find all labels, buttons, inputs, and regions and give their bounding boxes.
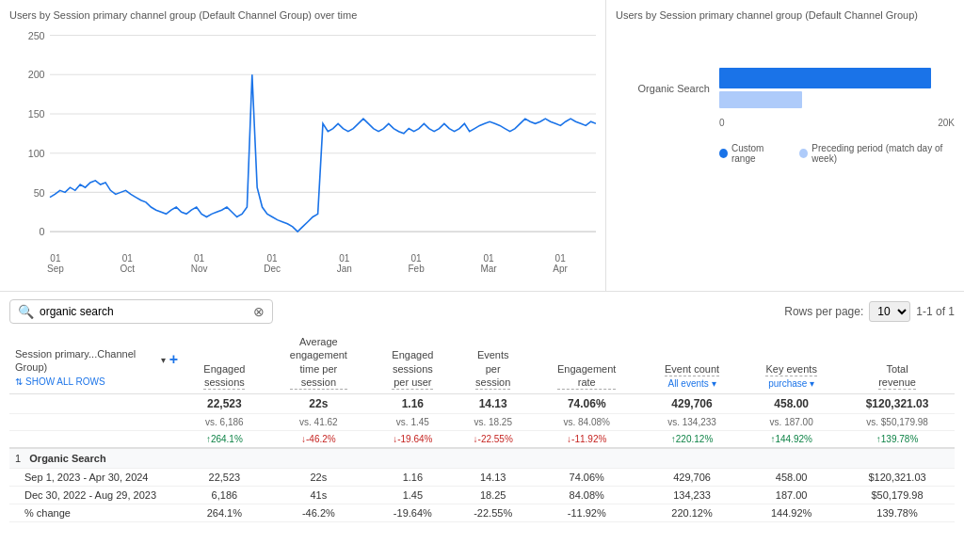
clear-icon[interactable]: ⊗ [253,304,265,319]
legend-custom-label: Custom range [731,143,784,164]
x-label-sep: 01Sep [47,253,64,274]
r2-events-per-session: 18.25 [454,487,533,504]
col-rate-label: Engagementrate [557,362,616,391]
col-session-label: Session primary...Channel Group) [15,347,157,375]
x-label-jan: 01Jan [337,253,352,274]
x-label-feb: 01Feb [409,253,425,274]
date-label-1: Sep 1, 2023 - Apr 30, 2024 [9,469,184,487]
vs-engagement-rate: vs. 84.08% [533,414,641,431]
svg-text:50: 50 [34,187,45,199]
total-engaged: 22,523 [184,394,265,414]
legend-custom: Custom range [719,143,784,164]
r3-engaged: 264.1% [184,504,265,522]
rows-per-page: Rows per page: 10 25 50 1-1 of 1 [784,301,955,322]
svg-text:250: 250 [28,30,45,41]
key-events-filter[interactable]: purchase ▾ [768,378,814,389]
bar-current [719,68,931,88]
col-engaged-per-label: Engagedsessionsper user [392,348,433,390]
data-table: Session primary...Channel Group) ▾ + ⇅ S… [9,331,955,522]
bar-preceding [719,91,802,108]
col-engagement-rate: Engagementrate [533,331,641,394]
search-icon: 🔍 [18,304,34,319]
bar-area [719,68,955,108]
r1-engaged: 22,523 [184,469,265,487]
vs-row: vs. 6,186 vs. 41.62 vs. 1.45 vs. 18.25 v… [9,414,955,431]
pct-event-count: ↑220.12% [641,431,743,449]
bar-x-axis: 0 20K [616,116,955,128]
organic-search-label: 1 Organic Search [9,448,955,469]
col-total-revenue: Totalrevenue [840,331,955,394]
add-dimension-btn[interactable]: + [169,350,178,370]
r2-avg-time: 41s [265,487,372,504]
legend-preceding-label: Preceding period (match day of week) [811,143,955,164]
svg-text:150: 150 [28,108,45,120]
x-label-nov: 01Nov [191,253,208,274]
r3-engaged-per-user: -19.64% [372,504,454,522]
pct-row: ↑264.1% ↓-46.2% ↓-19.64% ↓-22.55% ↓-11.9… [9,431,955,449]
col-avg-time: Averageengagementtime persession [265,331,372,394]
vs-engaged: vs. 6,186 [184,414,265,431]
col-session-dropdown[interactable]: ▾ [161,354,166,366]
search-input[interactable] [40,305,253,318]
event-count-filter[interactable]: All events ▾ [667,378,715,389]
change-row: % change 264.1% -46.2% -19.64% -22.55% -… [9,504,955,522]
r1-event-count: 429,706 [641,469,743,487]
col-session: Session primary...Channel Group) ▾ + ⇅ S… [9,331,184,394]
r1-avg-time: 22s [265,469,372,487]
r3-event-count: 220.12% [641,504,743,522]
pagination-range: 1-1 of 1 [916,305,955,318]
col-events-label: Eventspersession [475,348,510,390]
search-row: 🔍 ⊗ Rows per page: 10 25 50 1-1 of 1 [9,299,955,324]
total-key-events: 458.00 [743,394,840,414]
bar-row-organic: Organic Search [616,68,955,108]
right-chart-title: Users by Session primary channel group (… [616,9,955,21]
left-chart-title: Users by Session primary channel group (… [9,9,596,21]
r2-engagement-rate: 84.08% [533,487,641,504]
r1-events-per-session: 14.13 [454,469,533,487]
vs-revenue: vs. $50,179.98 [840,414,955,431]
col-key-events: Key events purchase ▾ [743,331,840,394]
col-engaged-label: Engagedsessions [203,362,245,391]
x-label-dec: 01Dec [264,253,281,274]
pct-avg-time: ↓-46.2% [265,431,372,449]
total-avg-time: 22s [265,394,372,414]
organic-search-name: Organic Search [29,453,105,464]
total-revenue: $120,321.03 [840,394,955,414]
bar-x-start: 0 [719,118,725,128]
col-event-count-label: Event count [665,362,719,376]
pct-events-per-session: ↓-22.55% [454,431,533,449]
totals-row: 22,523 22s 1.16 14.13 74.06% 429,706 458… [9,394,955,414]
x-label-oct: 01Oct [120,253,135,274]
r3-events-per-session: -22.55% [454,504,533,522]
total-events-per-session: 14.13 [454,394,533,414]
legend-dot-blue [719,149,728,158]
svg-text:0: 0 [40,226,45,237]
r3-engagement-rate: -11.92% [533,504,641,522]
total-event-count: 429,706 [641,394,743,414]
vs-avg-time: vs. 41.62 [265,414,372,431]
r3-avg-time: -46.2% [265,504,372,522]
rows-select[interactable]: 10 25 50 [869,301,910,322]
vs-engaged-per-user: vs. 1.45 [372,414,454,431]
date-row-2: Dec 30, 2022 - Aug 29, 2023 6,186 41s 1.… [9,487,955,504]
row-number: 1 [15,453,21,464]
vs-events-per-session: vs. 18.25 [454,414,533,431]
x-label-apr: 01Apr [553,253,568,274]
r2-engaged-per-user: 1.45 [372,487,454,504]
date-label-2: Dec 30, 2022 - Aug 29, 2023 [9,487,184,504]
total-engaged-per-user: 1.16 [372,394,454,414]
pct-engaged-per-user: ↓-19.64% [372,431,454,449]
search-box[interactable]: 🔍 ⊗ [9,299,273,324]
vs-key-events: vs. 187.00 [743,414,840,431]
show-all-label: SHOW ALL ROWS [25,376,105,388]
r3-key-events: 144.92% [743,504,840,522]
r3-revenue: 139.78% [840,504,955,522]
line-chart: 250 200 150 100 50 0 [9,25,596,251]
change-label: % change [9,504,184,522]
organic-search-header-row: 1 Organic Search [9,448,955,469]
show-all-rows[interactable]: ⇅ SHOW ALL ROWS [15,376,178,388]
r1-revenue: $120,321.03 [840,469,955,487]
col-engaged-per-user: Engagedsessionsper user [372,331,454,394]
date-row-1: Sep 1, 2023 - Apr 30, 2024 22,523 22s 1.… [9,469,955,487]
pct-engagement-rate: ↓-11.92% [533,431,641,449]
